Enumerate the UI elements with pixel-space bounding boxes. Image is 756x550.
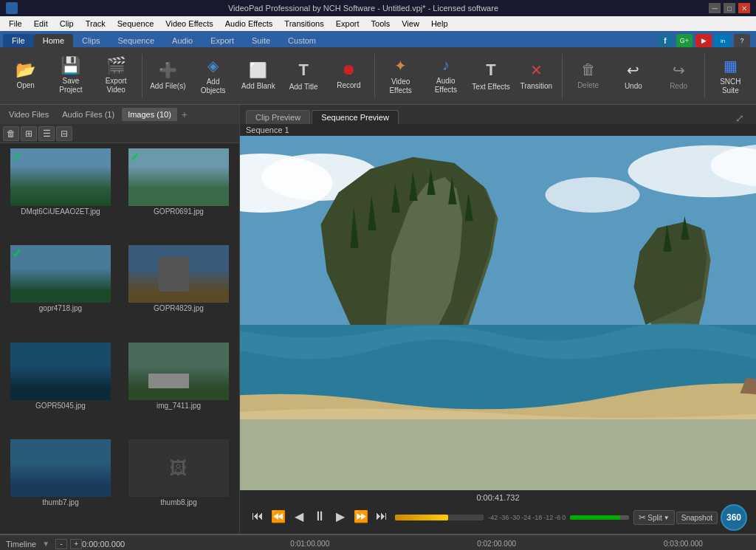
360-button[interactable]: 360 (721, 504, 747, 531)
volume-label: -12 (543, 514, 553, 521)
snapshot-button[interactable]: Snapshot (676, 512, 718, 524)
preview-tab-bar: Clip Preview Sequence Preview ⤢ (240, 105, 756, 124)
media-delete-btn[interactable]: 🗑 (3, 126, 19, 141)
file-name: GOPR5045.jpg (35, 402, 86, 410)
redo-button[interactable]: ↪ Redo (657, 51, 699, 101)
help-icon[interactable]: ? (734, 34, 750, 47)
list-item[interactable]: thumb7.jpg (3, 437, 118, 531)
save-project-button[interactable]: 💾 Save Project (49, 51, 92, 101)
time-marker-1: 0:01:00.000 (290, 540, 329, 548)
menu-tools[interactable]: Tools (365, 18, 396, 30)
menu-sequence[interactable]: Sequence (111, 18, 160, 30)
list-item[interactable]: img_7411.jpg (121, 340, 236, 434)
tab-export[interactable]: Export (202, 34, 243, 47)
svg-rect-8 (240, 419, 756, 490)
text-effects-button[interactable]: T Text Effects (470, 51, 512, 101)
list-item[interactable]: GOPR4829.jpg (121, 243, 236, 337)
step-forward-button[interactable]: ⏩ (352, 507, 370, 525)
timeline-dropdown-icon[interactable]: ▼ (42, 540, 49, 548)
tab-suite[interactable]: Suite (243, 34, 279, 47)
menu-transitions[interactable]: Transitions (278, 18, 329, 30)
video-effects-button[interactable]: ✦ Video Effects (379, 51, 422, 101)
menu-video-effects[interactable]: Video Effects (159, 18, 219, 30)
audio-effects-button[interactable]: ♪ Audio Effects (425, 51, 467, 101)
timeline-header: Timeline ▼ - + 0:00:00.000 0:01:00.000 0… (0, 535, 756, 550)
menu-track[interactable]: Track (80, 18, 111, 30)
tab-clips[interactable]: Clips (73, 34, 109, 47)
go-to-end-button[interactable]: ⏭ (373, 507, 391, 525)
360-label: 360 (726, 512, 741, 523)
split-label: Split (647, 514, 662, 522)
menu-view[interactable]: View (396, 18, 425, 30)
tab-custom[interactable]: Custom (279, 34, 325, 47)
tab-clip-preview[interactable]: Clip Preview (246, 110, 310, 124)
playback-progress-bar[interactable] (395, 515, 484, 520)
snch-suite-button[interactable]: ▦ SNCH Suite (709, 51, 752, 101)
list-item[interactable]: GOPR5045.jpg (3, 340, 118, 434)
maximize-button[interactable]: □ (724, 3, 735, 13)
add-files-icon: ➕ (159, 61, 177, 79)
split-button[interactable]: ✂ Split ▼ (633, 510, 674, 525)
tab-sequence[interactable]: Sequence (109, 34, 164, 47)
play-button[interactable]: ▶ (331, 507, 349, 525)
social-btn-f[interactable]: f (657, 34, 673, 47)
menu-bar: File Edit Clip Track Sequence Video Effe… (0, 16, 756, 31)
social-btn-yt[interactable]: ▶ (695, 34, 712, 47)
menu-audio-effects[interactable]: Audio Effects (219, 18, 279, 30)
media-file-grid: ✓ DMqt6CiUEAAO2ET.jpg ✓ GOPR0691.jpg ✓ (0, 143, 239, 534)
snch-label: SNCH Suite (711, 78, 750, 95)
time-marker-2: 0:02:00.000 (477, 540, 516, 548)
list-item[interactable]: ✓ GOPR0691.jpg (121, 146, 236, 240)
time-marker-3: 0:03:00.000 (664, 540, 703, 548)
undo-button[interactable]: ↩ Undo (612, 51, 654, 101)
minimize-button[interactable]: ─ (709, 3, 721, 13)
list-item[interactable]: 🖼 thumb8.jpg (121, 437, 236, 531)
media-grid-view-btn[interactable]: ⊞ (21, 126, 37, 141)
menu-file[interactable]: File (3, 18, 28, 30)
tab-sequence-preview[interactable]: Sequence Preview (312, 110, 399, 124)
preview-expand-icon[interactable]: ⤢ (735, 112, 744, 124)
add-title-button[interactable]: T Add Title (282, 51, 324, 101)
tab-audio[interactable]: Audio (163, 34, 202, 47)
split-dropdown-icon[interactable]: ▼ (664, 515, 670, 521)
go-to-start-button[interactable]: ⏮ (249, 507, 267, 525)
export-video-button[interactable]: 🎬 Export Video (95, 51, 137, 101)
social-btn-in[interactable]: in (715, 34, 731, 47)
add-blank-label: Add Blank (241, 82, 275, 91)
close-button[interactable]: ✕ (738, 3, 750, 13)
social-btn-g[interactable]: G+ (676, 34, 693, 47)
menu-clip[interactable]: Clip (54, 18, 80, 30)
media-detail-view-btn[interactable]: ⊟ (56, 126, 72, 141)
timeline-zoom-out[interactable]: - (55, 539, 67, 549)
tab-images[interactable]: Images (10) (122, 108, 177, 121)
app-icon (6, 2, 18, 14)
tab-audio-files[interactable]: Audio Files (1) (56, 108, 120, 121)
tab-file[interactable]: File (3, 34, 34, 47)
add-blank-button[interactable]: ⬜ Add Blank (237, 51, 279, 101)
menu-help[interactable]: Help (425, 18, 454, 30)
open-button[interactable]: 📂 Open (4, 51, 47, 101)
add-media-button[interactable]: + (182, 109, 188, 120)
transition-button[interactable]: ✕ Transition (515, 51, 557, 101)
pause-button[interactable]: ⏸ (311, 507, 329, 525)
file-name: img_7411.jpg (157, 402, 201, 410)
sequence-title: Sequence 1 (246, 126, 289, 134)
volume-meter[interactable] (570, 515, 629, 520)
tab-video-files[interactable]: Video Files (3, 108, 55, 121)
media-list-view-btn[interactable]: ☰ (38, 126, 55, 141)
menu-export[interactable]: Export (330, 18, 365, 30)
tab-home[interactable]: Home (34, 34, 73, 47)
list-item[interactable]: ✓ gopr4718.jpg (3, 243, 118, 337)
menu-edit[interactable]: Edit (28, 18, 54, 30)
save-icon: 💾 (61, 58, 80, 74)
step-back-button[interactable]: ⏪ (269, 507, 287, 525)
delete-button[interactable]: 🗑 Delete (567, 51, 609, 101)
add-objects-button[interactable]: ◈ Add Objects (192, 51, 234, 101)
rewind-button[interactable]: ◀ (290, 507, 308, 525)
export-icon: 🎬 (106, 58, 126, 74)
list-item[interactable]: ✓ DMqt6CiUEAAO2ET.jpg (3, 146, 118, 240)
volume-label: -42 (488, 514, 498, 521)
add-files-button[interactable]: ➕ Add File(s) (147, 51, 189, 101)
record-button[interactable]: ⏺ Record (328, 51, 370, 101)
timeline-zoom-in[interactable]: + (70, 539, 82, 549)
